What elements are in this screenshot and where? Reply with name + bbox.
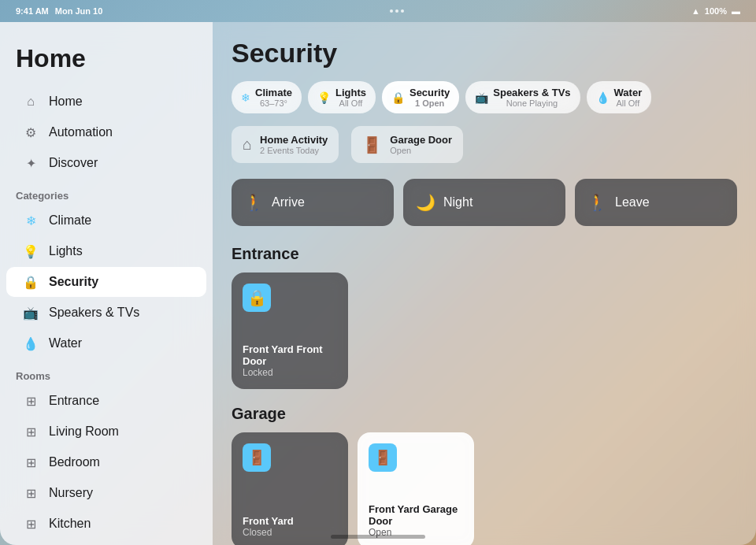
water-icon: 💧	[22, 335, 39, 352]
rooms-label: Rooms	[0, 359, 213, 385]
kitchen-icon: ⊞	[22, 515, 39, 532]
nav-lights-label: Lights	[49, 244, 83, 258]
tab-lights-icon: 💡	[317, 91, 331, 104]
tab-climate-subtitle: 63–73°	[255, 98, 292, 108]
dot-1	[390, 9, 393, 13]
scene-arrive-button[interactable]: 🚶 Arrive	[232, 179, 394, 226]
garage-section-header: Garage	[232, 405, 737, 423]
scene-leave-button[interactable]: 🚶 Leave	[575, 179, 737, 226]
nav-security-label: Security	[49, 275, 98, 289]
entrance-device-grid: 🔒 Front Yard Front Door Locked	[232, 272, 737, 389]
tab-speakers-name: Speakers & TVs	[493, 87, 570, 98]
tab-water[interactable]: 💧 Water All Off	[587, 81, 652, 113]
scene-night-button[interactable]: 🌙 Night	[403, 179, 565, 226]
wifi-icon: ▲	[691, 6, 700, 16]
tab-security-name: Security	[410, 87, 450, 98]
front-yard-name: Front Yard	[243, 515, 337, 527]
tab-security[interactable]: 🔒 Security 1 Open	[382, 81, 459, 113]
tab-lights-subtitle: All Off	[335, 98, 366, 108]
sidebar-nav-item-lights[interactable]: 💡 Lights	[6, 236, 206, 266]
nav-automation-label: Automation	[49, 125, 113, 139]
home-icon: ⌂	[22, 93, 39, 110]
battery-icon: ▬	[732, 6, 740, 16]
tab-speakers-subtitle: None Playing	[493, 98, 570, 108]
climate-icon: ❄	[22, 212, 39, 229]
sidebar-nav-item-kitchen[interactable]: ⊞ Kitchen	[6, 509, 206, 539]
home-activity-subtitle: 2 Events Today	[260, 146, 328, 155]
tab-speakers[interactable]: 📺 Speakers & TVs None Playing	[465, 81, 580, 113]
status-date: Mon Jun 10	[55, 6, 103, 16]
sidebar-nav-item-nursery[interactable]: ⊞ Nursery	[6, 478, 206, 508]
app-container: Home ⌂ Home ⚙ Automation ✦ Discover Cate…	[0, 22, 756, 545]
sidebar-nav-item-climate[interactable]: ❄ Climate	[6, 206, 206, 235]
discover-icon: ✦	[22, 154, 39, 172]
nav-kitchen-label: Kitchen	[49, 517, 91, 531]
tab-security-icon: 🔒	[391, 91, 405, 104]
sidebar-nav-item-speakers[interactable]: 📺 Speakers & TVs	[6, 298, 206, 328]
entrance-section-header: Entrance	[232, 245, 737, 263]
tab-water-subtitle: All Off	[614, 98, 643, 108]
nav-speakers-label: Speakers & TVs	[49, 306, 139, 320]
sidebar-nav-item-security[interactable]: 🔒 Security	[6, 267, 206, 297]
garage-door-icon: 🚪	[362, 135, 382, 154]
sidebar-nav-item-entrance[interactable]: ⊞ Entrance	[6, 386, 206, 416]
arrive-icon: 🚶	[244, 193, 264, 212]
sidebar-nav-item-bedroom[interactable]: ⊞ Bedroom	[6, 447, 206, 477]
tab-climate-icon: ❄	[241, 91, 250, 104]
sidebar-nav-item-livingroom[interactable]: ⊞ Living Room	[6, 417, 206, 447]
page-title: Security	[232, 38, 737, 69]
nav-discover-label: Discover	[49, 156, 98, 170]
front-yard-icon: 🚪	[243, 443, 271, 472]
sidebar: Home ⌂ Home ⚙ Automation ✦ Discover Cate…	[0, 22, 213, 545]
categories-label: Categories	[0, 179, 213, 205]
scene-row: 🚶 Arrive 🌙 Night 🚶 Leave	[232, 179, 737, 226]
tab-climate-name: Climate	[255, 87, 292, 98]
bedroom-icon: ⊞	[22, 454, 39, 471]
status-bar-right: ▲ 100% ▬	[691, 6, 740, 16]
home-indicator	[331, 535, 425, 539]
info-card-home-activity[interactable]: ⌂ Home Activity 2 Events Today	[232, 126, 339, 163]
tab-lights-name: Lights	[335, 87, 366, 98]
sidebar-nav-item-discover[interactable]: ✦ Discover	[6, 148, 206, 178]
device-card-front-door[interactable]: 🔒 Front Yard Front Door Locked	[232, 272, 348, 389]
lights-icon: 💡	[22, 243, 39, 260]
home-activity-title: Home Activity	[260, 134, 328, 146]
nav-nursery-label: Nursery	[49, 486, 93, 500]
dot-2	[395, 9, 398, 13]
tab-lights[interactable]: 💡 Lights All Off	[308, 81, 376, 113]
tab-climate[interactable]: ❄ Climate 63–73°	[232, 81, 302, 113]
sidebar-nav-item-water[interactable]: 💧 Water	[6, 328, 206, 358]
tab-water-name: Water	[614, 87, 643, 98]
battery-level: 100%	[705, 6, 727, 16]
garage-door-subtitle: Open	[390, 146, 452, 155]
dot-3	[401, 9, 404, 13]
front-door-status: Locked	[243, 367, 337, 378]
home-activity-icon: ⌂	[243, 135, 252, 154]
sidebar-title: Home	[0, 38, 213, 86]
sidebar-nav-item-automation[interactable]: ⚙ Automation	[6, 117, 206, 147]
nav-bedroom-label: Bedroom	[49, 455, 100, 469]
arrive-label: Arrive	[272, 195, 305, 209]
leave-icon: 🚶	[587, 193, 607, 212]
nursery-icon: ⊞	[22, 484, 39, 502]
sidebar-nav-item-home[interactable]: ⌂ Home	[6, 87, 206, 117]
night-label: Night	[443, 195, 472, 209]
entrance-room-icon: ⊞	[22, 392, 39, 410]
leave-label: Leave	[615, 195, 650, 209]
info-card-garage-door[interactable]: 🚪 Garage Door Open	[351, 126, 463, 163]
automation-icon: ⚙	[22, 124, 39, 141]
nav-livingroom-label: Living Room	[49, 425, 119, 439]
livingroom-icon: ⊞	[22, 423, 39, 440]
category-tabs: ❄ Climate 63–73° 💡 Lights All Off 🔒 Secu…	[232, 81, 737, 113]
front-door-name: Front Yard Front Door	[243, 343, 337, 367]
device-card-front-yard[interactable]: 🚪 Front Yard Closed	[232, 432, 348, 545]
device-card-front-garage-door[interactable]: 🚪 Front Yard Garage Door Open	[358, 432, 474, 545]
front-yard-status: Closed	[243, 527, 337, 538]
nav-water-label: Water	[49, 336, 82, 350]
front-door-icon: 🔒	[243, 284, 271, 312]
nav-home-label: Home	[49, 95, 83, 109]
info-row: ⌂ Home Activity 2 Events Today 🚪 Garage …	[232, 126, 737, 163]
status-time: 9:41 AM	[16, 6, 49, 16]
front-garage-door-name: Front Yard Garage Door	[369, 503, 463, 527]
speakers-icon: 📺	[22, 304, 39, 321]
